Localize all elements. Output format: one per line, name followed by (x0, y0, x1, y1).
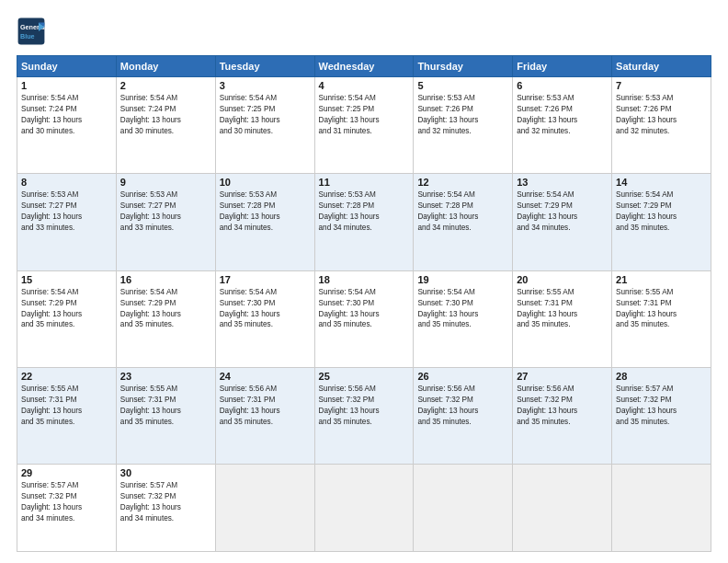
calendar-row-3: 22Sunrise: 5:55 AMSunset: 7:31 PMDayligh… (17, 368, 711, 465)
day-number: 16 (120, 274, 211, 285)
weekday-header-thursday: Thursday (414, 56, 513, 77)
cell-info: Sunrise: 5:53 AMSunset: 7:27 PMDaylight:… (120, 190, 211, 234)
calendar-cell: 5Sunrise: 5:53 AMSunset: 7:26 PMDaylight… (414, 77, 513, 174)
header: General Blue (17, 17, 711, 46)
calendar-cell: 11Sunrise: 5:53 AMSunset: 7:28 PMDayligh… (314, 174, 414, 270)
cell-info: Sunrise: 5:53 AMSunset: 7:28 PMDaylight:… (220, 190, 311, 234)
cell-info: Sunrise: 5:54 AMSunset: 7:24 PMDaylight:… (120, 93, 211, 137)
calendar-cell (314, 465, 414, 552)
day-number: 27 (517, 371, 608, 382)
calendar-cell: 27Sunrise: 5:56 AMSunset: 7:32 PMDayligh… (513, 368, 612, 465)
cell-info: Sunrise: 5:53 AMSunset: 7:26 PMDaylight:… (417, 93, 508, 137)
calendar-cell: 20Sunrise: 5:55 AMSunset: 7:31 PMDayligh… (513, 270, 612, 367)
day-number: 13 (517, 177, 608, 188)
calendar-cell: 26Sunrise: 5:56 AMSunset: 7:32 PMDayligh… (414, 368, 513, 465)
day-number: 3 (220, 80, 311, 91)
cell-info: Sunrise: 5:53 AMSunset: 7:28 PMDaylight:… (319, 190, 410, 234)
cell-info: Sunrise: 5:54 AMSunset: 7:25 PMDaylight:… (220, 93, 311, 137)
calendar-cell: 6Sunrise: 5:53 AMSunset: 7:26 PMDaylight… (513, 77, 612, 174)
cell-info: Sunrise: 5:55 AMSunset: 7:31 PMDaylight:… (517, 287, 608, 331)
page: General Blue SundayMondayTuesdayWednesda… (0, 0, 728, 563)
day-number: 30 (120, 467, 211, 478)
calendar-cell: 14Sunrise: 5:54 AMSunset: 7:29 PMDayligh… (612, 174, 711, 270)
calendar-cell (513, 465, 612, 552)
day-number: 10 (220, 177, 311, 188)
weekday-header-sunday: Sunday (17, 56, 117, 77)
cell-info: Sunrise: 5:54 AMSunset: 7:30 PMDaylight:… (417, 287, 508, 331)
day-number: 15 (21, 274, 112, 285)
calendar-cell: 4Sunrise: 5:54 AMSunset: 7:25 PMDaylight… (314, 77, 414, 174)
calendar-row-4: 29Sunrise: 5:57 AMSunset: 7:32 PMDayligh… (17, 465, 711, 552)
cell-info: Sunrise: 5:57 AMSunset: 7:32 PMDaylight:… (21, 480, 112, 524)
day-number: 23 (120, 371, 211, 382)
day-number: 14 (616, 177, 707, 188)
cell-info: Sunrise: 5:54 AMSunset: 7:29 PMDaylight:… (616, 190, 707, 234)
day-number: 11 (319, 177, 410, 188)
calendar-cell (215, 465, 314, 552)
day-number: 12 (417, 177, 508, 188)
calendar-header-row: SundayMondayTuesdayWednesdayThursdayFrid… (17, 56, 711, 77)
day-number: 26 (417, 371, 508, 382)
calendar-table: SundayMondayTuesdayWednesdayThursdayFrid… (17, 55, 711, 552)
calendar-cell: 30Sunrise: 5:57 AMSunset: 7:32 PMDayligh… (116, 465, 215, 552)
logo-icon: General Blue (17, 17, 46, 46)
calendar-cell: 3Sunrise: 5:54 AMSunset: 7:25 PMDaylight… (215, 77, 314, 174)
cell-info: Sunrise: 5:53 AMSunset: 7:26 PMDaylight:… (616, 93, 707, 137)
day-number: 24 (220, 371, 311, 382)
cell-info: Sunrise: 5:54 AMSunset: 7:29 PMDaylight:… (21, 287, 112, 331)
day-number: 19 (417, 274, 508, 285)
calendar-cell: 1Sunrise: 5:54 AMSunset: 7:24 PMDaylight… (17, 77, 117, 174)
cell-info: Sunrise: 5:57 AMSunset: 7:32 PMDaylight:… (616, 384, 707, 428)
calendar-cell: 17Sunrise: 5:54 AMSunset: 7:30 PMDayligh… (215, 270, 314, 367)
cell-info: Sunrise: 5:53 AMSunset: 7:26 PMDaylight:… (517, 93, 608, 137)
cell-info: Sunrise: 5:55 AMSunset: 7:31 PMDaylight:… (616, 287, 707, 331)
cell-info: Sunrise: 5:53 AMSunset: 7:27 PMDaylight:… (21, 190, 112, 234)
cell-info: Sunrise: 5:54 AMSunset: 7:30 PMDaylight:… (319, 287, 410, 331)
cell-info: Sunrise: 5:54 AMSunset: 7:28 PMDaylight:… (417, 190, 508, 234)
cell-info: Sunrise: 5:56 AMSunset: 7:31 PMDaylight:… (220, 384, 311, 428)
calendar-cell: 9Sunrise: 5:53 AMSunset: 7:27 PMDaylight… (116, 174, 215, 270)
calendar-row-2: 15Sunrise: 5:54 AMSunset: 7:29 PMDayligh… (17, 270, 711, 367)
calendar-cell: 28Sunrise: 5:57 AMSunset: 7:32 PMDayligh… (612, 368, 711, 465)
day-number: 28 (616, 371, 707, 382)
weekday-header-wednesday: Wednesday (314, 56, 414, 77)
calendar-cell: 29Sunrise: 5:57 AMSunset: 7:32 PMDayligh… (17, 465, 117, 552)
day-number: 9 (120, 177, 211, 188)
day-number: 25 (319, 371, 410, 382)
day-number: 1 (21, 80, 112, 91)
weekday-header-tuesday: Tuesday (215, 56, 314, 77)
day-number: 2 (120, 80, 211, 91)
day-number: 29 (21, 467, 112, 478)
cell-info: Sunrise: 5:57 AMSunset: 7:32 PMDaylight:… (120, 480, 211, 524)
calendar-cell: 21Sunrise: 5:55 AMSunset: 7:31 PMDayligh… (612, 270, 711, 367)
cell-info: Sunrise: 5:54 AMSunset: 7:24 PMDaylight:… (21, 93, 112, 137)
weekday-header-friday: Friday (513, 56, 612, 77)
day-number: 6 (517, 80, 608, 91)
day-number: 4 (319, 80, 410, 91)
weekday-header-monday: Monday (116, 56, 215, 77)
logo: General Blue (17, 17, 46, 46)
cell-info: Sunrise: 5:54 AMSunset: 7:29 PMDaylight:… (517, 190, 608, 234)
calendar-cell: 2Sunrise: 5:54 AMSunset: 7:24 PMDaylight… (116, 77, 215, 174)
cell-info: Sunrise: 5:56 AMSunset: 7:32 PMDaylight:… (517, 384, 608, 428)
calendar-cell: 25Sunrise: 5:56 AMSunset: 7:32 PMDayligh… (314, 368, 414, 465)
calendar-cell: 16Sunrise: 5:54 AMSunset: 7:29 PMDayligh… (116, 270, 215, 367)
day-number: 5 (417, 80, 508, 91)
calendar-row-1: 8Sunrise: 5:53 AMSunset: 7:27 PMDaylight… (17, 174, 711, 270)
cell-info: Sunrise: 5:54 AMSunset: 7:25 PMDaylight:… (319, 93, 410, 137)
day-number: 22 (21, 371, 112, 382)
calendar-cell (612, 465, 711, 552)
day-number: 17 (220, 274, 311, 285)
cell-info: Sunrise: 5:56 AMSunset: 7:32 PMDaylight:… (417, 384, 508, 428)
cell-info: Sunrise: 5:55 AMSunset: 7:31 PMDaylight:… (21, 384, 112, 428)
day-number: 18 (319, 274, 410, 285)
calendar-cell: 8Sunrise: 5:53 AMSunset: 7:27 PMDaylight… (17, 174, 117, 270)
calendar-cell: 15Sunrise: 5:54 AMSunset: 7:29 PMDayligh… (17, 270, 117, 367)
day-number: 8 (21, 177, 112, 188)
calendar-cell: 19Sunrise: 5:54 AMSunset: 7:30 PMDayligh… (414, 270, 513, 367)
calendar-cell: 10Sunrise: 5:53 AMSunset: 7:28 PMDayligh… (215, 174, 314, 270)
calendar-cell (414, 465, 513, 552)
cell-info: Sunrise: 5:55 AMSunset: 7:31 PMDaylight:… (120, 384, 211, 428)
svg-text:Blue: Blue (20, 32, 35, 40)
day-number: 21 (616, 274, 707, 285)
